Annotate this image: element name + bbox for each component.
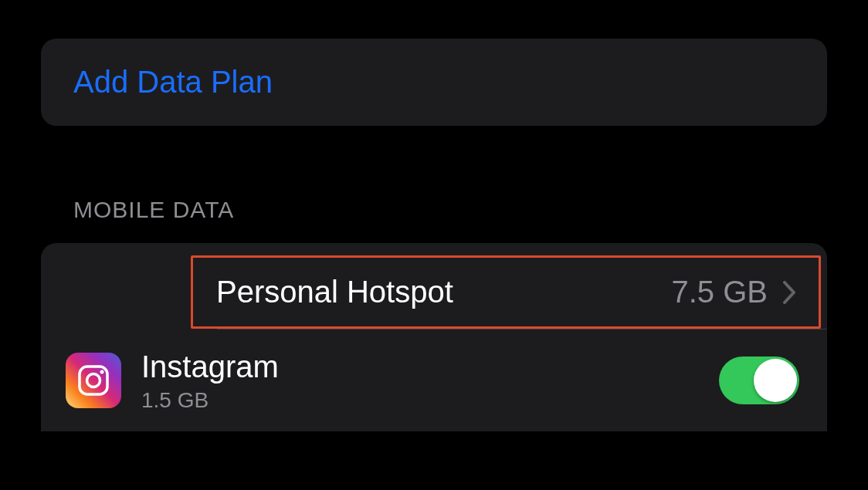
- instagram-usage: 1.5 GB: [141, 388, 719, 413]
- personal-hotspot-row[interactable]: Personal Hotspot 7.5 GB: [193, 258, 819, 326]
- add-data-plan-link: Add Data Plan: [73, 65, 273, 100]
- personal-hotspot-label: Personal Hotspot: [216, 275, 671, 309]
- instagram-toggle[interactable]: [719, 357, 799, 404]
- chevron-right-icon: [783, 281, 797, 304]
- instagram-icon: [66, 353, 121, 408]
- toggle-knob: [754, 359, 797, 402]
- svg-point-1: [87, 374, 100, 387]
- instagram-info: Instagram 1.5 GB: [141, 348, 719, 413]
- svg-point-2: [100, 370, 104, 374]
- instagram-name: Instagram: [141, 348, 719, 385]
- personal-hotspot-value: 7.5 GB: [671, 275, 768, 309]
- mobile-data-card: Personal Hotspot 7.5 GB Instagram 1.5 GB: [41, 243, 827, 431]
- highlight-annotation: Personal Hotspot 7.5 GB: [191, 255, 821, 329]
- mobile-data-section-header: MOBILE DATA: [73, 197, 827, 223]
- instagram-row: Instagram 1.5 GB: [41, 329, 827, 431]
- add-data-plan-card[interactable]: Add Data Plan: [41, 39, 827, 126]
